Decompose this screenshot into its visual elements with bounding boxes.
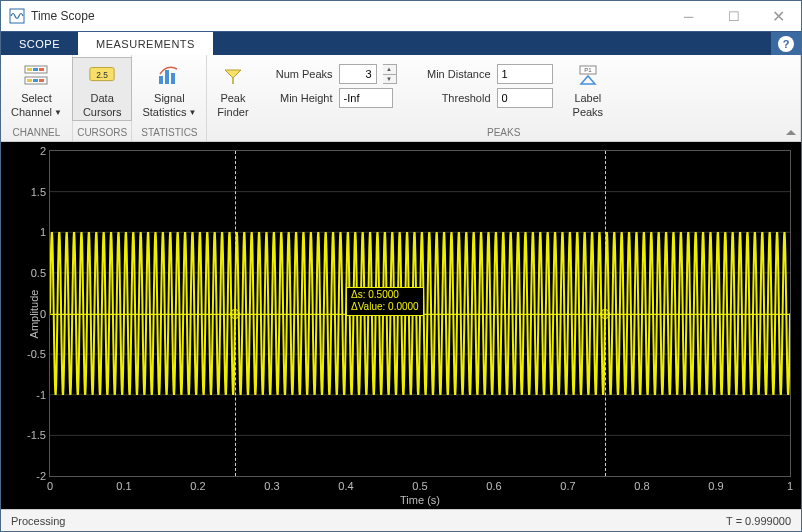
svg-rect-8 [39,79,44,82]
xtick: 0.3 [264,476,279,492]
chevron-down-icon: ▼ [54,108,62,117]
xtick: 0.9 [708,476,723,492]
tabbar: SCOPE MEASUREMENTS ? [1,31,801,55]
ytick: 1.5 [31,186,50,198]
svg-rect-3 [27,68,32,71]
svg-rect-7 [33,79,38,82]
svg-marker-19 [786,130,796,135]
num-peaks-label: Num Peaks [269,68,333,80]
svg-marker-14 [225,70,241,78]
plot-axes[interactable]: Δs: 0.5000 ΔValue: 0.0000 Amplitude Time… [49,150,791,477]
ribbon: Select Channel▼ CHANNEL 2.5 Data Cursor [1,55,801,142]
plot[interactable]: Δs: 0.5000 ΔValue: 0.0000 Amplitude Time… [1,142,801,509]
num-peaks-input[interactable] [339,64,377,84]
threshold-input[interactable] [497,88,553,108]
min-height-label: Min Height [269,92,333,104]
label-peaks-button[interactable]: P1 Label Peaks [563,58,614,120]
cursor-readout: Δs: 0.5000 ΔValue: 0.0000 [346,287,424,316]
xtick: 0.5 [412,476,427,492]
signal-statistics-button[interactable]: Signal Statistics▼ [132,58,206,120]
help-icon: ? [778,36,794,52]
tab-scope[interactable]: SCOPE [1,32,78,55]
group-label-channel: CHANNEL [13,125,61,141]
xtick: 0.8 [634,476,649,492]
min-height-input[interactable] [339,88,393,108]
data-cursors-button[interactable]: 2.5 Data Cursors [72,57,133,121]
cursor-2-marker[interactable] [600,309,610,319]
tab-measurements[interactable]: MEASUREMENTS [78,32,213,55]
ytick: 0.5 [31,267,50,279]
svg-text:P1: P1 [584,67,592,73]
svg-rect-0 [10,9,24,23]
statistics-icon [155,61,183,89]
svg-marker-18 [581,76,595,84]
ytick: -1.5 [27,429,50,441]
ylabel: Amplitude [28,289,40,338]
ytick: 2 [40,145,50,157]
app-icon [9,8,25,24]
select-channel-button[interactable]: Select Channel▼ [1,58,72,120]
label-peaks-icon: P1 [574,61,602,89]
data-cursors-icon: 2.5 [88,61,116,89]
peak-finder-button[interactable]: Peak Finder [207,58,258,120]
xtick: 0.2 [190,476,205,492]
svg-rect-4 [33,68,38,71]
collapse-ribbon-icon[interactable] [785,127,797,139]
status-time: T = 0.999000 [726,515,791,527]
help-button[interactable]: ? [771,32,801,55]
xtick: 0.1 [116,476,131,492]
min-distance-input[interactable] [497,64,553,84]
close-button[interactable]: ✕ [756,1,801,31]
min-distance-label: Min Distance [417,68,491,80]
select-channel-icon [22,61,50,89]
xtick: 0.4 [338,476,353,492]
window-title: Time Scope [31,9,666,23]
svg-rect-12 [165,70,169,84]
xtick: 0.6 [486,476,501,492]
svg-rect-5 [39,68,44,71]
ytick: -1 [36,389,50,401]
group-label-peaks: PEAKS [487,125,520,141]
num-peaks-spinner[interactable]: ▲▼ [383,64,397,84]
threshold-label: Threshold [417,92,491,104]
ytick: -0.5 [27,348,50,360]
group-label-statistics: STATISTICS [141,125,197,141]
svg-rect-6 [27,79,32,82]
group-label-cursors: CURSORS [77,125,127,141]
maximize-button[interactable]: ☐ [711,1,756,31]
chevron-down-icon: ▼ [188,108,196,117]
cursor-1-marker[interactable] [230,309,240,319]
svg-text:2.5: 2.5 [96,70,108,80]
xtick: 0 [47,476,53,492]
xtick: 1 [787,476,793,492]
svg-rect-13 [171,73,175,84]
xtick: 0.7 [560,476,575,492]
svg-rect-11 [159,76,163,84]
peak-finder-icon [219,61,247,89]
ytick: 0 [40,308,50,320]
minimize-button[interactable]: ─ [666,1,711,31]
status-text: Processing [11,515,65,527]
statusbar: Processing T = 0.999000 [1,509,801,531]
titlebar: Time Scope ─ ☐ ✕ [1,1,801,31]
ytick: 1 [40,226,50,238]
